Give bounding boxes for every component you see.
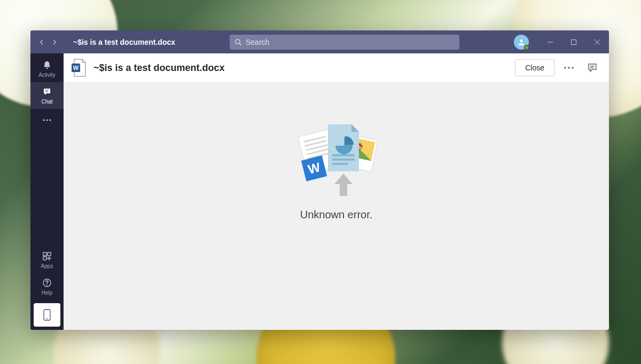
mobile-icon: [43, 309, 51, 321]
rail-item-activity[interactable]: Activity: [30, 56, 64, 82]
presence-available-dot: [524, 45, 529, 50]
word-document-icon: W: [71, 59, 86, 77]
rail-item-mobile[interactable]: [34, 303, 60, 327]
svg-rect-4: [571, 39, 576, 44]
titlebar-right: [514, 30, 609, 53]
titlebar: ~$is is a test document.docx: [30, 30, 609, 53]
main-area: W ~$is is a test document.docx Close: [64, 53, 609, 330]
svg-point-2: [520, 39, 522, 42]
nav-forward-button[interactable]: [49, 36, 60, 48]
svg-marker-41: [334, 173, 353, 196]
error-state: W: [288, 120, 385, 221]
svg-point-19: [564, 67, 566, 68]
search-icon: [234, 38, 242, 46]
open-conversation-button[interactable]: [583, 59, 601, 76]
more-options-button[interactable]: [560, 59, 578, 76]
search-container: [230, 35, 459, 50]
teams-app-window: ~$is is a test document.docx: [30, 30, 609, 330]
app-body: Activity Chat Apps: [30, 53, 609, 330]
svg-rect-39: [332, 159, 355, 161]
svg-point-21: [572, 67, 573, 68]
chevron-right-icon: [52, 39, 57, 45]
docbar-right: Close: [515, 59, 601, 76]
rail-spacer: [30, 131, 64, 247]
svg-rect-10: [43, 252, 46, 256]
svg-point-9: [49, 119, 51, 121]
nav-arrows: [36, 36, 60, 48]
help-icon: [42, 278, 52, 288]
svg-line-1: [239, 43, 241, 45]
conversation-icon: [587, 62, 598, 73]
ellipsis-icon: [564, 67, 574, 69]
rail-label: Chat: [41, 99, 52, 105]
upload-error-illustration: W: [288, 120, 385, 205]
maximize-button[interactable]: [562, 30, 585, 53]
ellipsis-icon: [42, 115, 52, 125]
svg-point-14: [46, 284, 48, 286]
close-icon: [594, 39, 600, 45]
minimize-icon: [547, 39, 553, 45]
svg-point-16: [46, 318, 48, 319]
rail-label: Help: [42, 290, 53, 296]
rail-item-more[interactable]: [30, 109, 64, 131]
document-header-bar: W ~$is is a test document.docx Close: [64, 53, 609, 83]
window-title: ~$is is a test document.docx: [73, 38, 175, 46]
svg-rect-40: [332, 163, 348, 165]
minimize-button[interactable]: [538, 30, 562, 53]
close-window-button[interactable]: [585, 30, 609, 53]
rail-label: Activity: [38, 72, 56, 78]
chat-icon: [42, 86, 52, 97]
svg-rect-12: [43, 257, 46, 260]
error-message-text: Unknown error.: [300, 209, 373, 221]
maximize-icon: [570, 39, 577, 45]
document-content-area: W: [64, 83, 609, 330]
bell-icon: [42, 60, 52, 70]
rail-item-apps[interactable]: Apps: [30, 247, 64, 273]
chevron-left-icon: [39, 39, 44, 45]
svg-point-8: [46, 119, 48, 121]
svg-rect-38: [332, 154, 355, 156]
search-input[interactable]: [230, 35, 459, 50]
svg-rect-11: [48, 252, 51, 256]
rail-item-help[interactable]: Help: [30, 273, 64, 300]
svg-point-20: [568, 67, 569, 68]
rail-item-chat[interactable]: Chat: [30, 82, 64, 109]
svg-point-7: [43, 119, 44, 121]
rail-label: Apps: [41, 263, 53, 269]
user-avatar[interactable]: [514, 35, 529, 50]
close-document-button[interactable]: Close: [515, 59, 554, 76]
nav-back-button[interactable]: [36, 36, 48, 48]
svg-text:W: W: [73, 65, 79, 71]
apps-icon: [42, 251, 52, 262]
person-icon: [517, 38, 526, 46]
document-title: ~$is is a test document.docx: [93, 62, 225, 74]
left-rail: Activity Chat Apps: [30, 53, 64, 330]
